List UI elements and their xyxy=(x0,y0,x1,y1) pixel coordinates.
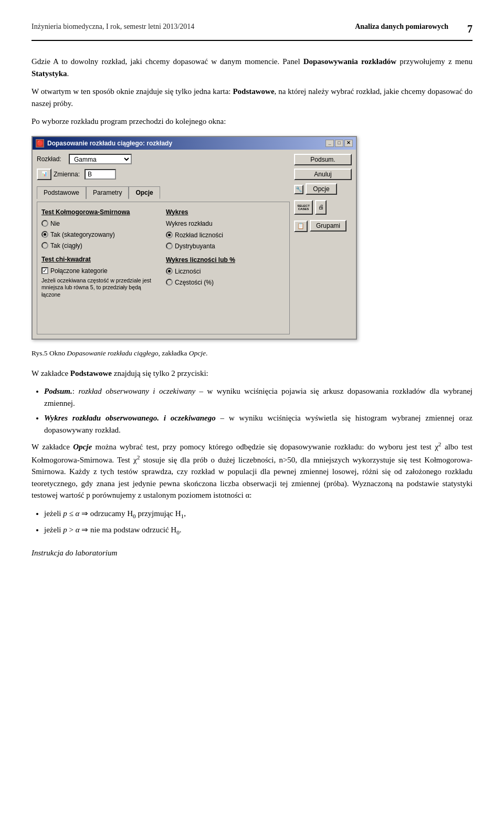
checkbox-polaczone[interactable]: Połączone kategorie xyxy=(41,266,161,276)
dialog-body: Rozkład: Gamma 📊 Zmienna: Podstawowe Par… xyxy=(33,150,356,339)
grupami-icon: 📋 xyxy=(294,220,308,232)
radio-tak-ciagl-dot[interactable] xyxy=(41,242,48,249)
wykres-rokladu-label: Wykres rozkładu xyxy=(166,219,285,228)
radio-tak-skat-label: Tak (skategoryzowany) xyxy=(50,230,115,239)
radio-dystrybuanta-dot[interactable] xyxy=(166,243,173,249)
left-col: Test Kołmogorowa-Smirnowa Nie Tak (skate… xyxy=(41,207,161,299)
chi-test-title: Test chi-kwadrat xyxy=(41,255,161,264)
footer-text: Instrukcja do laboratorium xyxy=(32,547,472,559)
wykres-title: Wykres xyxy=(166,207,285,217)
dialog-window: 🔴 Dopasowanie rozkładu ciągłego: rozkład… xyxy=(32,136,357,340)
podsum-button[interactable]: Podsum. xyxy=(294,154,352,165)
intro-p3: Po wyborze rozkładu program przechodzi d… xyxy=(32,116,472,128)
tab-parametry[interactable]: Parametry xyxy=(86,186,129,199)
page-number: 7 xyxy=(467,21,472,37)
radio-dystrybuanta[interactable]: Dystrybuyanta xyxy=(166,242,285,251)
close-button[interactable]: ✕ xyxy=(344,140,353,147)
select-cases-icon: SELECT CASES xyxy=(294,200,313,215)
zmienna-row: 📊 Zmienna: xyxy=(37,169,290,180)
radio-roklad-licznosci-dot[interactable] xyxy=(166,232,173,238)
bullet-p-le-alpha: jeżeli p ≤ α ⇒ odrzucamy H0 przyjmując H… xyxy=(44,508,472,521)
dialog-titlebar: 🔴 Dopasowanie rozkładu ciągłego: rozkład… xyxy=(33,137,356,150)
radio-czestosci-dot[interactable] xyxy=(166,279,173,286)
opcje-icon: 🔧 xyxy=(294,185,303,194)
tab-content: Test Kołmogorowa-Smirnowa Nie Tak (skate… xyxy=(37,202,290,335)
grupami-row: 📋 Grupami xyxy=(294,220,352,233)
zmienna-label: Zmienna: xyxy=(54,170,82,179)
caption-text: Rys.5 Okno Dopasowanie rozkładu ciągłego… xyxy=(32,349,207,357)
checkbox-polaczone-box[interactable] xyxy=(41,267,48,274)
body-p1: W zakładce Opcje można wybrać test, przy… xyxy=(32,440,472,501)
bullet-item-wykres: Wykres rozkładu obserwowanego. i oczekiw… xyxy=(44,412,472,436)
radio-licznosci-dot[interactable] xyxy=(166,268,173,275)
small-note: Jeżeli oczekiwana częstość w przedziale … xyxy=(41,277,161,299)
grupami-btn: 📋 Grupami xyxy=(294,220,352,233)
intro-p2: W otwartym w ten sposób oknie znajduje s… xyxy=(32,86,472,109)
roklad-row: Rozkład: Gamma xyxy=(37,154,290,164)
titlebar-buttons[interactable]: _ □ ✕ xyxy=(326,140,353,147)
radio-tak-ciagl[interactable]: Tak (ciągły) xyxy=(41,241,161,250)
minimize-button[interactable]: _ xyxy=(326,140,334,147)
maximize-button[interactable]: □ xyxy=(335,140,343,147)
section2-intro: W zakładce Podstawowe znajdują się tylko… xyxy=(32,368,472,380)
checkbox-polaczone-label: Połączone kategorie xyxy=(50,266,108,276)
radio-czestosci-label: Częstości (%) xyxy=(175,278,214,287)
page-header: Inżynieria biomedyczna, I rok, semestr l… xyxy=(32,21,472,41)
opcje-button[interactable]: Opcje xyxy=(306,183,337,195)
roklad-label: Rozkład: xyxy=(37,154,66,164)
radio-czestosci[interactable]: Częstości (%) xyxy=(166,278,285,287)
radio-nie-label: Nie xyxy=(50,219,60,228)
radio-dystrybuanta-label: Dystrybuyanta xyxy=(175,242,215,251)
bullet-list: Podsum.: rozkład obserwowany i oczekiwan… xyxy=(44,385,472,436)
radio-tak-skat[interactable]: Tak (skategoryzowany) xyxy=(41,230,161,239)
radio-nie-dot[interactable] xyxy=(41,220,48,227)
radio-roklad-licznosci-label: Rozkład liczności xyxy=(175,230,223,240)
header-left-text: Inżynieria biomedyczna, I rok, semestr l… xyxy=(32,21,194,32)
titlebar-left: 🔴 Dopasowanie rozkładu ciągłego: rozkład… xyxy=(36,139,172,148)
tabs-row[interactable]: Podstawowe Parametry Opcje xyxy=(37,186,290,199)
bullet-p-gt-alpha: jeżeli p > α ⇒ nie ma podstaw odrzucić H… xyxy=(44,524,472,537)
cases-extra-icon: 🖨 xyxy=(315,200,327,215)
header-right-text: Analiza danych pomiarowych xyxy=(355,21,448,32)
zmienna-icon: 📊 xyxy=(37,169,51,180)
radio-roklad-licznosci[interactable]: Rozkład liczności xyxy=(166,230,285,240)
tab-opcje[interactable]: Opcje xyxy=(129,186,160,199)
radio-tak-ciagl-label: Tak (ciągły) xyxy=(50,241,82,250)
dialog-main: Rozkład: Gamma 📊 Zmienna: Podstawowe Par… xyxy=(37,154,290,335)
intro-p1: Gdzie A to dowolny rozkład, jaki chcemy … xyxy=(32,56,472,79)
tab-podstawowe[interactable]: Podstawowe xyxy=(37,186,86,199)
dialog-title: Dopasowanie rozkładu ciągłego: rozkłady xyxy=(47,139,172,148)
opcje-btn-row: 🔧 Opcje xyxy=(294,183,352,196)
tab-bottom-space xyxy=(41,298,285,330)
dialog-sidebar: Podsum. Anuluj 🔧 Opcje SELECT CASES 🖨 📋 … xyxy=(294,154,352,335)
dialog-caption: Rys.5 Okno Dopasowanie rozkładu ciągłego… xyxy=(32,348,472,359)
right-col: Wykres Wykres rozkładu Rozkład liczności… xyxy=(166,207,285,299)
bullet-item-podsum: Podsum.: rozkład obserwowany i oczekiwan… xyxy=(44,385,472,409)
anuluj-button[interactable]: Anuluj xyxy=(294,169,352,180)
ks-test-title: Test Kołmogorowa-Smirnowa xyxy=(41,207,161,217)
zmienna-input[interactable] xyxy=(85,169,116,180)
radio-tak-skat-dot[interactable] xyxy=(41,231,48,238)
grupami-button[interactable]: Grupami xyxy=(310,220,346,232)
wykres-licznosci-title: Wykres liczności lub % xyxy=(166,255,285,265)
radio-nie[interactable]: Nie xyxy=(41,219,161,228)
tab-two-col: Test Kołmogorowa-Smirnowa Nie Tak (skate… xyxy=(41,207,285,299)
dialog-icon: 🔴 xyxy=(36,139,44,148)
select-cases-row: SELECT CASES 🖨 xyxy=(294,200,352,215)
bullet-list-2: jeżeli p ≤ α ⇒ odrzucamy H0 przyjmując H… xyxy=(44,508,472,537)
radio-licznosci-label: Liczności xyxy=(175,267,201,276)
roklad-select[interactable]: Gamma xyxy=(69,154,132,164)
radio-licznosci[interactable]: Liczności xyxy=(166,267,285,276)
